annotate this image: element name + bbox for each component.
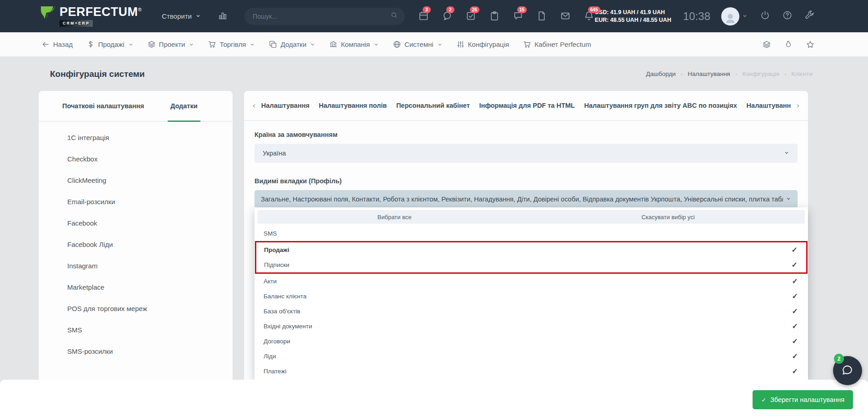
country-value: Україна	[263, 150, 286, 157]
chevron-down-icon	[195, 12, 201, 20]
check-icon: ✓	[792, 261, 798, 269]
sidebar-item[interactable]: Marketplace	[39, 276, 233, 298]
mail-icon[interactable]	[560, 11, 571, 22]
bell-icon[interactable]: 645	[584, 11, 595, 22]
breadcrumb-item[interactable]: Конфігурація	[742, 70, 779, 77]
option-label: Ліди	[264, 353, 276, 360]
cart-icon	[208, 40, 216, 48]
breadcrumb-separator: ›	[735, 70, 738, 77]
comments-icon[interactable]: 15	[513, 11, 524, 22]
clipboard-icon[interactable]	[489, 11, 500, 22]
logo[interactable]: PERFECTUM® CRM+ERP	[40, 5, 142, 27]
save-button-label: Зберегти налаштування	[770, 396, 844, 403]
avatar-chevron-icon[interactable]	[742, 12, 748, 20]
sidebar-tabs: Початкові налаштуванняДодатки	[39, 91, 233, 122]
avatar[interactable]	[721, 7, 739, 25]
nav-item-label: Торгівля	[219, 40, 246, 48]
search-input[interactable]	[252, 12, 391, 20]
dropdown-option[interactable]: Договори✓	[254, 334, 808, 349]
flame-icon[interactable]	[784, 40, 793, 49]
dropdown-option[interactable]: Баланс клієнта✓	[254, 289, 808, 304]
sidebar-tab[interactable]: Додатки	[168, 91, 200, 122]
sidebar-tab[interactable]: Початкові налаштування	[60, 91, 147, 122]
chevron-down-icon	[437, 42, 443, 47]
chevron-down-icon	[310, 42, 315, 47]
document-icon[interactable]	[537, 11, 548, 22]
settings-tab[interactable]: Налаштуванн	[747, 91, 791, 120]
breadcrumb-item[interactable]: Налаштування	[688, 70, 730, 77]
dropdown-option[interactable]: Акти✓	[254, 274, 808, 289]
settings-tab[interactable]: Персональний кабінет	[396, 91, 470, 120]
sidebar-item[interactable]: Facebook Ліди	[39, 234, 233, 255]
calendar-icon[interactable]: 3	[419, 11, 429, 22]
sidebar-list: 1С інтеграціяCheckboxClickMeetingEmail-р…	[39, 122, 233, 362]
notification-badge: 26	[470, 6, 479, 13]
sidebar-item[interactable]: 1С інтеграція	[39, 127, 233, 148]
chat-icon[interactable]: 2	[442, 11, 453, 22]
option-label: SMS	[264, 230, 277, 237]
save-settings-button[interactable]: ✓ Зберегти налаштування	[753, 390, 853, 409]
sidebar-item[interactable]: SMS-розсилки	[39, 341, 233, 362]
sidebar-item[interactable]: Facebook	[39, 212, 233, 234]
country-label: Країна за замовчуванням	[254, 131, 798, 138]
select-all-button[interactable]: Вибрати все	[258, 210, 531, 224]
sidebar-item[interactable]: Email-розсилки	[39, 191, 233, 212]
country-select[interactable]: Україна	[254, 144, 798, 163]
dropdown-option[interactable]: База об'єктів✓	[254, 304, 808, 319]
help-icon[interactable]	[783, 10, 792, 22]
settings-tab[interactable]: Інформація для PDF та HTML	[479, 91, 574, 120]
dropdown-option[interactable]: Продажі✓	[256, 242, 806, 257]
check-icon: ✓	[792, 352, 798, 361]
breadcrumb: Дашборди›Налаштування›Конфігурація›Клієн…	[646, 70, 813, 77]
top-header: PERFECTUM® CRM+ERP Створити 322615645 US…	[0, 0, 868, 32]
nav-item-dollar[interactable]: Продажі	[87, 40, 134, 48]
nav-item-cart[interactable]: Кабінет Perfectum	[523, 40, 591, 48]
create-button[interactable]: Створити	[162, 12, 201, 20]
option-label: Вхідні документи	[264, 323, 312, 330]
building-icon	[329, 40, 337, 48]
dropdown-option[interactable]: Платежі✓	[254, 364, 808, 379]
nav-item-label: Проекти	[159, 40, 185, 48]
chat-widget-button[interactable]: 2	[833, 356, 862, 385]
layers-icon[interactable]	[763, 40, 771, 49]
logout-power-icon[interactable]	[760, 10, 770, 22]
logo-text: PERFECTUM	[60, 5, 138, 19]
dropdown-option[interactable]: Вхідні документи✓	[254, 319, 808, 334]
deselect-all-button[interactable]: Скасувати вибір усі	[531, 210, 805, 224]
sidebar-item[interactable]: ClickMeeting	[39, 170, 233, 191]
dropdown-option[interactable]: SMS	[254, 226, 808, 241]
tabs-scroll-right-icon[interactable]: ›	[793, 101, 803, 110]
option-label: Продажі	[264, 246, 289, 253]
nav-item-cart[interactable]: Торгівля	[208, 40, 255, 48]
reports-chart-icon[interactable]	[218, 11, 227, 22]
visible-tabs-multiselect[interactable]: Загальне, Настроювані поля, Контакти, Ро…	[254, 190, 798, 208]
dropdown-option[interactable]: Ліди✓	[254, 349, 808, 364]
nav-item-sliders[interactable]: Конфігурація	[457, 40, 509, 48]
nav-item-building[interactable]: Компанія	[329, 40, 379, 48]
settings-tabs: ‹ НалаштуванняНалаштування полівПерсонал…	[244, 91, 808, 121]
settings-tab[interactable]: Налаштування	[261, 91, 309, 120]
search-box[interactable]	[244, 8, 405, 25]
sidebar-item[interactable]: POS для торгових мереж	[39, 298, 233, 319]
sidebar-item[interactable]: Instagram	[39, 255, 233, 276]
nav-item-globe[interactable]: Системні	[393, 40, 443, 48]
star-icon[interactable]	[806, 40, 814, 49]
nav-item-layers[interactable]: Проекти	[148, 40, 195, 48]
check-icon: ✓	[792, 322, 798, 331]
option-label: Платежі	[264, 368, 286, 375]
sidebar-card: Початкові налаштуванняДодатки 1С інтегра…	[39, 91, 233, 382]
settings-tab[interactable]: Налаштування полів	[319, 91, 387, 120]
footer-bar: ✓ Зберегти налаштування	[0, 380, 868, 417]
sidebar-item[interactable]: Checkbox	[39, 148, 233, 170]
settings-tab[interactable]: Налаштування груп для звіту ABC по позиц…	[584, 91, 737, 120]
nav-item-copy[interactable]: Додатки	[269, 40, 315, 48]
dropdown-option[interactable]: Підписки✓	[256, 257, 806, 272]
tabs-scroll-left-icon[interactable]: ‹	[249, 101, 259, 110]
breadcrumb-item[interactable]: Клієнти	[791, 70, 813, 77]
nav-item-arrowleft[interactable]: Назад	[42, 40, 73, 48]
breadcrumb-item[interactable]: Дашборди	[646, 70, 676, 77]
tools-wrench-icon[interactable]	[805, 10, 814, 22]
sidebar-item[interactable]: SMS	[39, 319, 233, 341]
usd-rate: USD: 41.9 UAH / 41.9 UAH	[595, 9, 671, 16]
tasks-icon[interactable]: 26	[466, 11, 477, 22]
